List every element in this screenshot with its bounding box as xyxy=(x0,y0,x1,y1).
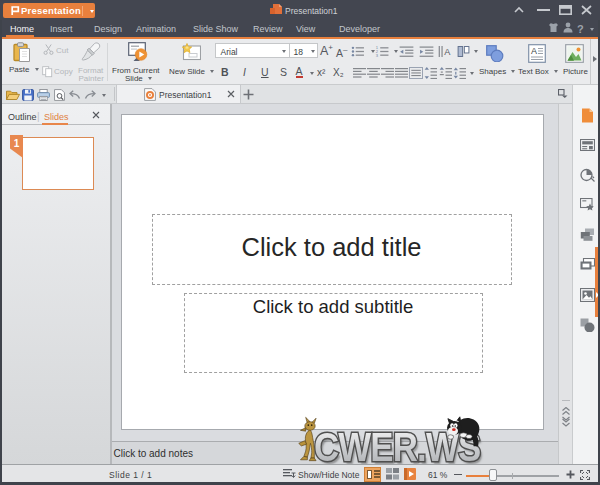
svg-text:3: 3 xyxy=(376,53,379,57)
svg-text:A: A xyxy=(531,46,537,56)
svg-text:1: 1 xyxy=(14,138,20,149)
svg-text:A: A xyxy=(444,47,451,57)
